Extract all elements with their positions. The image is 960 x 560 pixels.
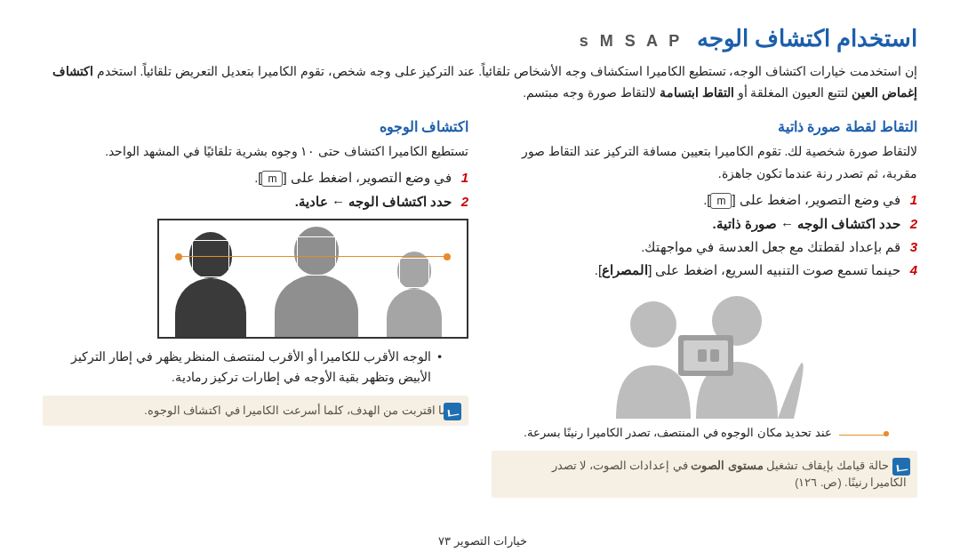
fd-bullet-1: الوجه الأقرب للكاميرا أو الأقرب لمنتصف ا… xyxy=(43,348,442,388)
fd-note-text: كلما اقتربت من الهدف، كلما أسرعت الكامير… xyxy=(144,404,458,417)
note-icon xyxy=(444,403,461,420)
sp-note: في حالة قيامك بإيقاف تشغيل مستوى الصوت ف… xyxy=(492,451,917,499)
sp-step2: 2 حدد اكتشاف الوجه ← صورة ذاتية. xyxy=(492,216,917,232)
sp-desc: لالتقاط صورة شخصية لك. تقوم الكاميرا بتع… xyxy=(492,140,917,185)
face-frame-3 xyxy=(399,258,429,288)
sp-step3: 3 قم بإعداد لقطتك مع جعل العدسة في مواجه… xyxy=(492,239,917,255)
step-number-4: 4 xyxy=(910,262,917,277)
svg-rect-5 xyxy=(710,349,719,362)
mode-letters: s M S A P xyxy=(580,32,684,50)
title-text: استخدام اكتشاف الوجه xyxy=(697,25,917,52)
svg-point-0 xyxy=(630,301,676,348)
footer-page-number: ٧٣ xyxy=(438,535,451,548)
menu-key-icon: m xyxy=(261,171,283,187)
fd-step1: 1 في وضع التصوير، اضغط على [m]. xyxy=(43,170,468,187)
col-self-portrait: التقاط لقطة صورة ذاتية لالتقاط صورة شخصي… xyxy=(492,113,917,499)
svg-rect-4 xyxy=(698,349,707,362)
illustration-self-portrait xyxy=(572,285,838,419)
sp-caption: عند تحديد مكان الوجوه في المنتصف، تصدر ا… xyxy=(492,424,864,442)
step-number-2: 2 xyxy=(461,194,468,209)
page-footer: خيارات التصوير ٧٣ xyxy=(0,534,960,548)
sp-step4: 4 حينما تسمع صوت التنبيه السريع، اضغط عل… xyxy=(492,262,917,278)
illustration-face-detection xyxy=(157,219,468,339)
sp-step1-post: ]. xyxy=(703,192,710,207)
footer-section: خيارات التصوير xyxy=(454,535,527,548)
col-face-detection: اكتشاف الوجوه تستطيع الكاميرا اكتشاف حتى… xyxy=(43,113,468,499)
step-number-2b: 2 xyxy=(910,216,917,231)
fd-desc: تستطيع الكاميرا اكتشاف حتى ١٠ وجوه بشرية… xyxy=(43,140,468,163)
silhouette-3 xyxy=(387,289,442,337)
intro-paragraph: إن استخدمت خيارات اكتشاف الوجه، تستطيع ا… xyxy=(43,61,917,104)
step-number-1: 1 xyxy=(461,170,468,185)
step-number-3: 3 xyxy=(910,239,917,254)
face-frame-1 xyxy=(192,240,229,277)
columns: اكتشاف الوجوه تستطيع الكاميرا اكتشاف حتى… xyxy=(43,113,917,499)
sp-step1-pre: في وضع التصوير، اضغط على [ xyxy=(732,192,900,207)
menu-key-icon-2: m xyxy=(710,193,732,209)
focus-guide-line xyxy=(179,256,447,257)
sp-step1: 1 في وضع التصوير، اضغط على [m]. xyxy=(492,192,917,209)
sp-step3-text: قم بإعداد لقطتك مع جعل العدسة في مواجهتك… xyxy=(641,239,900,254)
note-icon-2 xyxy=(892,458,910,476)
fd-step1-post: ]. xyxy=(254,170,261,185)
page-title: استخدام اكتشاف الوجه s M S A P xyxy=(43,25,917,52)
silhouette-1 xyxy=(175,278,246,337)
fd-step2: 2 حدد اكتشاف الوجه ← عادية. xyxy=(43,194,468,210)
sp-caption-text: عند تحديد مكان الوجوه في المنتصف، تصدر ا… xyxy=(524,427,832,439)
step-number-1b: 1 xyxy=(910,192,917,207)
silhouette-2 xyxy=(275,275,358,337)
heading-self-portrait: التقاط لقطة صورة ذاتية xyxy=(492,118,917,135)
heading-face-detection: اكتشاف الوجوه xyxy=(43,118,468,135)
fd-bullets: الوجه الأقرب للكاميرا أو الأقرب لمنتصف ا… xyxy=(43,348,442,388)
fd-note: كلما اقتربت من الهدف، كلما أسرعت الكامير… xyxy=(43,396,468,427)
fd-step1-pre: في وضع التصوير، اضغط على [ xyxy=(283,170,452,185)
